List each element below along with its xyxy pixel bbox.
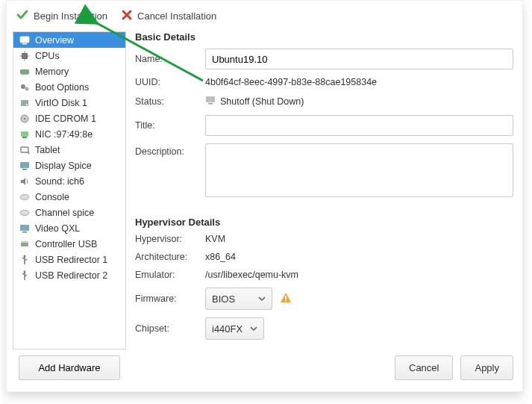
architecture-value: x86_64 [205, 252, 513, 262]
speaker-icon [19, 175, 31, 187]
svg-rect-25 [285, 296, 287, 299]
sidebar-item-nic[interactable]: NIC :97:49:8e [13, 126, 125, 142]
video-icon [19, 223, 31, 234]
svg-rect-14 [22, 169, 27, 170]
sidebar-item-sound[interactable]: Sound: ich6 [13, 173, 125, 189]
sidebar-item-controller-usb[interactable]: Controller USB [13, 236, 125, 252]
sidebar-item-label: USB Redirector 2 [35, 270, 107, 281]
sidebar-item-label: NIC :97:49:8e [35, 129, 93, 140]
warning-icon [280, 292, 292, 306]
check-icon [16, 8, 29, 24]
svg-rect-13 [20, 162, 29, 168]
add-hardware-button[interactable]: Add Hardware [19, 355, 120, 380]
svg-point-16 [20, 210, 29, 215]
sidebar-item-label: Tablet [35, 145, 60, 155]
cancel-installation-label: Cancel Installation [137, 10, 216, 22]
hypervisor-value: KVM [205, 234, 513, 244]
sidebar-item-channel-spice[interactable]: Channel spice [13, 205, 125, 220]
emulator-label: Emulator: [135, 270, 198, 280]
svg-point-5 [25, 87, 29, 90]
svg-rect-20 [21, 241, 28, 243]
svg-rect-3 [20, 69, 29, 74]
sidebar-item-label: Display Spice [35, 161, 92, 171]
chipset-label: Chipset: [135, 323, 198, 334]
svg-rect-0 [20, 37, 29, 43]
sidebar-item-virtio-disk[interactable]: VirtIO Disk 1 [13, 95, 125, 111]
tablet-icon [19, 144, 31, 156]
svg-point-15 [20, 194, 29, 199]
sidebar-item-label: Controller USB [35, 239, 97, 249]
firmware-label: Firmware: [135, 293, 198, 304]
sidebar-item-label: VirtIO Disk 1 [35, 98, 87, 108]
display-icon [19, 160, 31, 172]
svg-point-4 [21, 84, 25, 89]
details-pane: Basic Details Name: UUID: 4b0f64cf-8eec-… [135, 31, 513, 380]
sidebar-item-display-spice[interactable]: Display Spice [13, 158, 125, 173]
description-label: Description: [135, 143, 198, 157]
sidebar-item-usb-redir-1[interactable]: USB Redirector 1 [13, 252, 125, 267]
basic-details-heading: Basic Details [135, 31, 513, 43]
console-icon [19, 191, 31, 203]
sidebar-item-label: Memory [35, 66, 69, 77]
svg-rect-26 [285, 300, 287, 302]
sidebar-item-label: Overview [35, 35, 74, 46]
cancel-button[interactable]: Cancel [395, 355, 453, 380]
svg-rect-11 [22, 137, 27, 138]
svg-point-21 [24, 255, 26, 257]
cpu-icon [19, 50, 31, 62]
chipset-combo[interactable]: i440FX [205, 317, 264, 340]
title-label: Title: [135, 120, 198, 131]
sidebar-item-label: IDE CDROM 1 [35, 114, 96, 124]
channel-icon [19, 207, 31, 219]
title-input[interactable] [205, 115, 513, 136]
emulator-value: /usr/libexec/qemu-kvm [205, 270, 513, 280]
svg-rect-2 [22, 53, 28, 59]
sidebar-item-label: CPUs [35, 51, 60, 61]
gears-icon [19, 81, 31, 93]
cancel-x-icon [121, 9, 133, 23]
sidebar-item-overview[interactable]: Overview [13, 32, 125, 48]
usb-icon [19, 270, 31, 282]
svg-rect-23 [206, 96, 215, 102]
svg-point-7 [26, 104, 28, 105]
svg-rect-18 [22, 231, 27, 233]
firmware-combo-value: BIOS [212, 293, 235, 305]
cancel-installation-button[interactable]: Cancel Installation [121, 9, 216, 23]
begin-installation-label: Begin Installation [34, 10, 107, 22]
hypervisor-label: Hypervisor: [135, 234, 198, 244]
usb-icon [19, 254, 31, 266]
svg-rect-24 [208, 103, 213, 105]
sidebar-item-video-qxl[interactable]: Video QXL [13, 220, 125, 236]
controller-icon [19, 238, 31, 250]
begin-installation-button[interactable]: Begin Installation [16, 8, 107, 24]
sidebar-item-cpus[interactable]: CPUs [13, 48, 125, 63]
uuid-value: 4b0f64cf-8eec-4997-b83e-88cae195834e [205, 77, 513, 87]
sidebar-item-memory[interactable]: Memory [13, 63, 125, 79]
sidebar-item-label: Channel spice [35, 208, 94, 218]
sidebar-item-usb-redir-2[interactable]: USB Redirector 2 [13, 267, 125, 283]
sidebar-item-label: Boot Options [35, 82, 89, 93]
caret-down-icon [250, 323, 257, 335]
name-input[interactable] [205, 49, 513, 69]
caret-down-icon [258, 293, 266, 305]
firmware-combo[interactable]: BIOS [205, 288, 272, 310]
toolbar: Begin Installation Cancel Installation [7, 1, 522, 31]
hardware-sidebar: Overview CPUs Memory Boot Options [13, 31, 126, 349]
disk-icon [19, 97, 31, 109]
cdrom-icon [19, 113, 31, 125]
uuid-label: UUID: [135, 77, 198, 87]
apply-button[interactable]: Apply [460, 355, 513, 380]
description-input[interactable] [205, 143, 513, 197]
architecture-label: Architecture: [135, 252, 198, 262]
sidebar-item-boot-options[interactable]: Boot Options [13, 79, 125, 95]
status-value: Shutoff (Shut Down) [220, 96, 304, 107]
sidebar-item-tablet[interactable]: Tablet [13, 142, 125, 158]
name-label: Name: [135, 54, 198, 64]
sidebar-item-console[interactable]: Console [13, 189, 125, 205]
monitor-icon [19, 34, 31, 46]
sidebar-item-ide-cdrom[interactable]: IDE CDROM 1 [13, 111, 125, 126]
svg-rect-17 [20, 225, 29, 231]
svg-rect-12 [21, 147, 28, 152]
sidebar-item-label: Video QXL [35, 223, 80, 234]
svg-point-22 [24, 270, 26, 273]
